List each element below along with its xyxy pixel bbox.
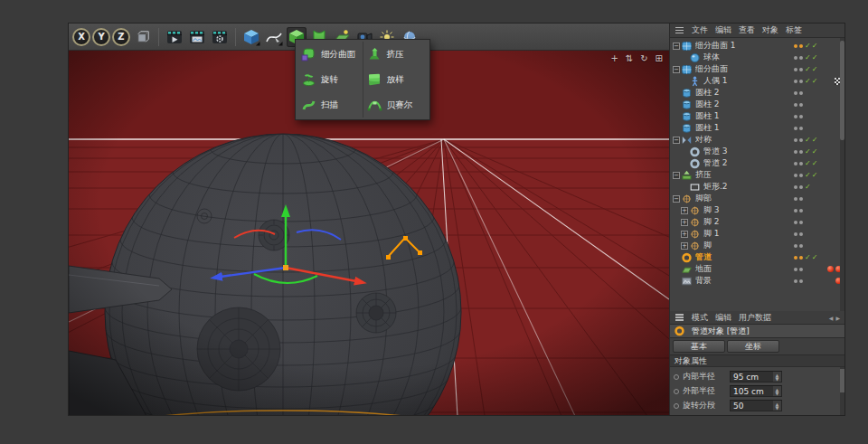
visibility-dot[interactable] xyxy=(799,221,803,224)
enable-checks[interactable]: ✓✓ xyxy=(805,43,822,50)
visibility-dot[interactable] xyxy=(799,115,803,118)
om-scroll-thumb[interactable] xyxy=(840,41,844,140)
visibility-dots[interactable] xyxy=(791,68,805,71)
panel-menu-icon[interactable] xyxy=(675,316,684,318)
field-value-input[interactable]: 105 cm▲▼ xyxy=(730,385,782,397)
visibility-dots[interactable] xyxy=(791,232,805,236)
enable-checks[interactable]: ✓✓ xyxy=(805,54,822,61)
axis-button-x[interactable]: X xyxy=(72,28,90,46)
visibility-dots[interactable] xyxy=(791,221,805,224)
keyframe-circle-icon[interactable] xyxy=(674,389,679,394)
tree-row[interactable]: −脚部 xyxy=(670,193,844,204)
tree-row[interactable]: +脚 1 xyxy=(670,228,844,240)
menu-item-lathe[interactable]: 旋转 xyxy=(297,67,363,92)
enable-checks[interactable]: ✓✓ xyxy=(805,78,822,85)
expander-icon[interactable]: − xyxy=(673,43,680,50)
axis-button-y[interactable]: Y xyxy=(92,28,110,46)
visibility-dots[interactable] xyxy=(791,197,805,201)
tree-row[interactable]: 人偶 1✓✓ xyxy=(670,75,844,87)
visibility-dot[interactable] xyxy=(799,91,803,95)
enable-checks[interactable]: ✓✓ xyxy=(805,137,822,144)
visibility-dots[interactable] xyxy=(791,256,805,260)
visibility-dots[interactable] xyxy=(791,80,805,83)
menu-item-sweep[interactable]: 扫描 xyxy=(297,92,363,118)
visibility-dot[interactable] xyxy=(799,209,803,213)
visibility-dot[interactable] xyxy=(799,185,803,189)
tree-row[interactable]: 管道 2✓✓ xyxy=(670,157,844,169)
tree-row[interactable]: +脚 2 xyxy=(670,216,844,228)
enable-checks[interactable]: ✓✓ xyxy=(805,172,822,179)
visibility-dots[interactable] xyxy=(791,138,805,142)
visibility-dots[interactable] xyxy=(791,279,805,283)
visibility-dot[interactable] xyxy=(799,56,803,60)
visibility-dot[interactable] xyxy=(794,209,797,213)
spinner-icon[interactable]: ▲▼ xyxy=(773,401,781,411)
expander-icon[interactable]: + xyxy=(681,207,688,214)
visibility-dot[interactable] xyxy=(799,162,803,165)
visibility-dot[interactable] xyxy=(799,44,803,48)
tree-row[interactable]: 圆柱 2 xyxy=(670,87,844,99)
visibility-dot[interactable] xyxy=(794,127,797,130)
visibility-dot[interactable] xyxy=(799,80,803,83)
field-value-input[interactable]: 50▲▼ xyxy=(730,400,782,411)
tree-row[interactable]: +脚 xyxy=(670,240,844,251)
visibility-dots[interactable] xyxy=(791,127,805,130)
visibility-dots[interactable] xyxy=(791,185,805,189)
coordinate-system-icon[interactable] xyxy=(133,27,153,47)
gizmo-origin-handle[interactable] xyxy=(283,265,288,270)
tree-row[interactable]: 圆柱 1 xyxy=(670,122,844,134)
visibility-dot[interactable] xyxy=(799,256,803,260)
render-picture-viewer-icon[interactable] xyxy=(187,27,207,47)
tree-row[interactable]: 球体✓✓ xyxy=(670,52,844,63)
tree-row[interactable]: 圆柱 1 xyxy=(670,110,844,122)
tab-basic[interactable]: 基本 xyxy=(673,340,725,353)
visibility-dot[interactable] xyxy=(799,127,803,130)
attr-menu-item[interactable]: 编辑 xyxy=(715,312,731,324)
visibility-dots[interactable] xyxy=(791,209,805,213)
attr-scroll-thumb[interactable] xyxy=(840,369,844,392)
expander-icon[interactable]: − xyxy=(673,66,680,73)
visibility-dot[interactable] xyxy=(799,279,803,283)
render-settings-icon[interactable] xyxy=(210,27,230,47)
tree-row[interactable]: −细分曲面✓✓ xyxy=(670,63,844,75)
visibility-dots[interactable] xyxy=(791,162,805,165)
visibility-dot[interactable] xyxy=(794,80,797,83)
menu-item-loft[interactable]: 放样 xyxy=(363,67,429,92)
om-menu-item[interactable]: 编辑 xyxy=(715,24,731,36)
axis-button-z[interactable]: Z xyxy=(112,28,130,46)
attr-menu-item[interactable]: 用户数据 xyxy=(739,312,771,324)
expander-icon[interactable]: − xyxy=(673,195,680,203)
field-value-input[interactable]: 95 cm▲▼ xyxy=(730,371,782,383)
visibility-dot[interactable] xyxy=(794,44,797,48)
render-view-icon[interactable] xyxy=(165,27,184,47)
visibility-dot[interactable] xyxy=(794,221,797,224)
tree-row[interactable]: 管道✓✓ xyxy=(670,251,844,263)
om-menu-item[interactable]: 文件 xyxy=(692,24,708,36)
visibility-dot[interactable] xyxy=(794,232,797,236)
tree-row[interactable]: +脚 3 xyxy=(670,204,844,216)
visibility-dots[interactable] xyxy=(791,150,805,154)
attr-menu-item[interactable]: 模式 xyxy=(692,312,708,324)
spinner-icon[interactable]: ▲▼ xyxy=(773,372,781,382)
visibility-dot[interactable] xyxy=(799,244,803,248)
om-menu-item[interactable]: 标签 xyxy=(786,24,802,36)
om-scrollbar[interactable] xyxy=(840,38,844,311)
add-primitive-icon[interactable] xyxy=(241,27,261,47)
visibility-dots[interactable] xyxy=(791,56,805,60)
enable-checks[interactable]: ✓✓ xyxy=(805,160,822,167)
history-back-icon[interactable]: ◀ xyxy=(829,315,834,321)
tree-row[interactable]: 地面 xyxy=(670,263,844,275)
expander-icon[interactable]: − xyxy=(673,137,680,144)
visibility-dots[interactable] xyxy=(791,115,805,118)
tree-row[interactable]: 矩形.2✓ xyxy=(670,181,844,193)
visibility-dot[interactable] xyxy=(794,256,797,260)
rotate-icon[interactable]: ↻ xyxy=(640,53,647,63)
menu-item-bezier[interactable]: 贝赛尔 xyxy=(363,92,429,118)
expander-icon[interactable]: + xyxy=(681,242,688,250)
visibility-dot[interactable] xyxy=(794,185,797,189)
visibility-dot[interactable] xyxy=(799,103,803,107)
history-forward-icon[interactable]: ▶ xyxy=(835,315,840,321)
visibility-dots[interactable] xyxy=(791,103,805,107)
menu-item-extrude[interactable]: 挤压 xyxy=(363,42,429,67)
visibility-dot[interactable] xyxy=(794,174,797,177)
